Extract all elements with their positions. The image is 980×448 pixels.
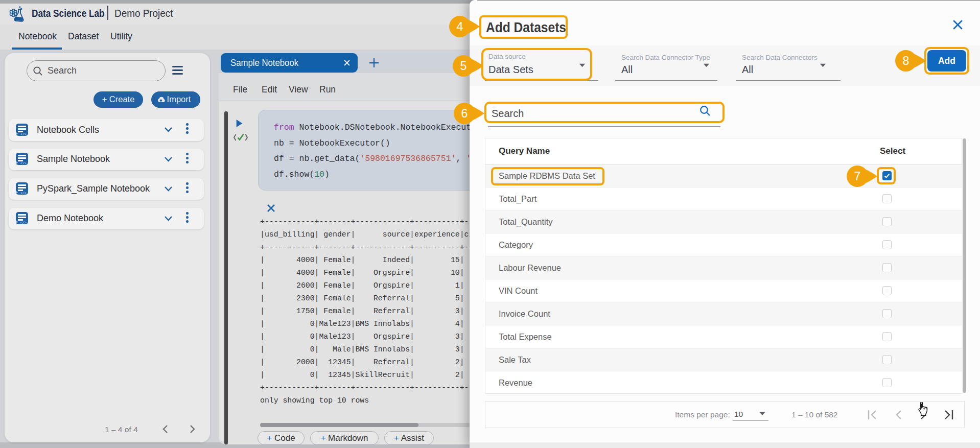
svg-text:</>: </> — [20, 133, 27, 136]
svg-text:8: 8 — [903, 54, 909, 67]
svg-text:7: 7 — [854, 170, 861, 183]
svg-text:5: 5 — [460, 59, 467, 73]
svg-text:4: 4 — [457, 20, 463, 33]
svg-text:</>: </> — [20, 162, 27, 166]
svg-text:6: 6 — [461, 107, 468, 120]
svg-text:</>: </> — [20, 221, 27, 225]
svg-text:</>: </> — [20, 192, 27, 195]
